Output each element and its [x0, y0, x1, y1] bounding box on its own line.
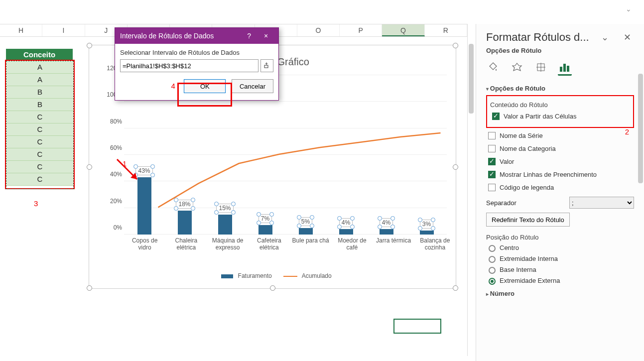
pane-close-button[interactable]: ✕ — [621, 32, 634, 43]
conceito-cell[interactable]: C — [6, 111, 73, 123]
section-number[interactable]: Número — [486, 290, 634, 297]
effects-icon[interactable] — [510, 60, 524, 74]
pane-scrollbar-thumb[interactable] — [638, 74, 643, 183]
checkbox-series-name[interactable] — [488, 132, 496, 139]
range-picker-button[interactable] — [260, 59, 273, 72]
bar[interactable] — [258, 225, 272, 235]
radio-inside-end[interactable] — [489, 256, 496, 263]
resize-handle[interactable] — [87, 164, 92, 170]
y-tick: 40% — [110, 171, 122, 178]
resize-handle[interactable] — [87, 285, 92, 291]
data-label[interactable]: 4% — [380, 218, 393, 227]
label-options-icon[interactable] — [558, 60, 572, 76]
reset-label-text-button[interactable]: Redefinir Texto do Rótulo — [486, 213, 570, 227]
data-label[interactable]: 7% — [258, 214, 272, 223]
data-label[interactable]: 18% — [176, 200, 193, 209]
position-center[interactable]: Centro — [486, 243, 634, 252]
conceito-cell[interactable]: A — [6, 74, 73, 86]
category-label: Cafeteira elétrica — [249, 237, 290, 251]
data-label[interactable]: 4% — [339, 218, 353, 227]
col-P[interactable]: P — [340, 24, 382, 36]
legend-label-line: Acumulado — [302, 272, 332, 279]
position-outside-end[interactable]: Extremidade Externa — [486, 276, 634, 285]
col-H[interactable]: H — [0, 24, 42, 36]
bar[interactable] — [299, 228, 313, 235]
fill-icon[interactable] — [486, 60, 500, 74]
option-label: Valor a Partir das Células — [504, 113, 576, 120]
position-inside-base[interactable]: Base Interna — [486, 265, 634, 274]
dialog-field-label: Selecionar Intervalo de Rótulos de Dados — [120, 49, 273, 56]
dialog-titlebar[interactable]: Intervalo de Rótulos de Dados ? × — [115, 28, 278, 44]
data-label[interactable]: 3% — [420, 220, 433, 229]
data-label[interactable]: 15% — [216, 204, 233, 213]
checkbox-value[interactable] — [488, 158, 496, 165]
data-label[interactable]: 43% — [135, 166, 152, 175]
radio-inside-base[interactable] — [489, 267, 496, 274]
col-Q[interactable]: Q — [382, 24, 424, 36]
bar[interactable] — [137, 177, 151, 235]
scrollbar-thumb[interactable] — [469, 44, 474, 114]
conceito-cell[interactable]: A — [6, 61, 73, 74]
conceito-cell[interactable]: C — [6, 161, 73, 173]
resize-handle[interactable] — [453, 43, 458, 48]
conceito-selection-frame: A A B B C C C C C C — [5, 60, 75, 189]
bar[interactable] — [339, 229, 353, 235]
legend-swatch-bar — [221, 274, 233, 278]
checkbox-legend-key[interactable] — [488, 184, 496, 191]
bar[interactable] — [218, 215, 232, 235]
checkbox-value-from-cells[interactable] — [492, 113, 500, 120]
dialog-help-button[interactable]: ? — [242, 28, 257, 44]
conceito-cell[interactable]: C — [6, 173, 73, 186]
svg-rect-9 — [567, 66, 569, 72]
conceito-cell[interactable]: C — [6, 136, 73, 148]
pane-options-chevron[interactable]: ⌄ — [598, 32, 612, 43]
separator-select[interactable]: ; — [569, 197, 634, 209]
size-icon[interactable] — [534, 60, 548, 74]
conceito-cell[interactable]: C — [6, 148, 73, 161]
pane-tab-icons — [486, 60, 634, 76]
data-label[interactable]: 5% — [299, 217, 312, 226]
conceito-cell[interactable]: C — [6, 123, 73, 136]
separator-label: Separador — [486, 199, 516, 207]
annotation-4: 4 — [171, 82, 175, 90]
ribbon-collapse-chevron[interactable]: ⌄ — [626, 5, 632, 13]
col-R[interactable]: R — [425, 24, 467, 36]
category-label: Máquina de expresso — [207, 237, 249, 251]
option-label: Extremidade Externa — [500, 277, 560, 284]
radio-center[interactable] — [489, 245, 496, 252]
bar[interactable] — [178, 211, 192, 235]
active-cell-indicator[interactable] — [393, 319, 441, 334]
conceito-cell[interactable]: B — [6, 86, 73, 99]
radio-outside-end[interactable] — [489, 278, 496, 285]
option-value-from-cells[interactable]: Valor a Partir das Células — [490, 111, 630, 121]
dialog-close-button[interactable]: × — [258, 28, 273, 44]
conceito-cell[interactable]: B — [6, 99, 73, 111]
cancel-button[interactable]: Cancelar — [232, 79, 273, 93]
col-I[interactable]: I — [42, 24, 85, 36]
resize-handle[interactable] — [453, 285, 458, 291]
vertical-scrollbar[interactable] — [467, 24, 475, 356]
option-legend-key[interactable]: Código de legenda — [486, 182, 634, 193]
y-tick: 60% — [110, 144, 122, 151]
resize-handle[interactable] — [453, 164, 458, 170]
option-series-name[interactable]: Nome da Série — [486, 130, 634, 141]
resize-handle[interactable] — [87, 43, 92, 48]
bar[interactable] — [420, 231, 434, 235]
col-O[interactable]: O — [297, 24, 340, 36]
bar[interactable] — [380, 229, 393, 235]
chart-legend[interactable]: Faturamento Acumulado — [89, 272, 456, 279]
data-label-range-dialog[interactable]: Intervalo de Rótulos de Dados ? × Seleci… — [115, 27, 279, 101]
ok-button[interactable]: OK — [184, 79, 226, 93]
option-label: Nome da Categoria — [500, 145, 556, 152]
option-leader-lines[interactable]: Mostrar Linhas de Preenchimento — [486, 169, 634, 180]
option-category-name[interactable]: Nome da Categoria — [486, 143, 634, 154]
section-label-options[interactable]: Opções de Rótulo — [486, 85, 634, 92]
resize-handle[interactable] — [270, 285, 275, 291]
svg-rect-8 — [563, 64, 566, 72]
pane-scrollbar[interactable] — [638, 54, 643, 356]
checkbox-leader-lines[interactable] — [488, 171, 496, 178]
option-value[interactable]: Valor — [486, 156, 634, 167]
checkbox-category-name[interactable] — [488, 145, 496, 152]
position-inside-end[interactable]: Extremidade Interna — [486, 254, 634, 263]
range-input[interactable] — [120, 59, 258, 72]
